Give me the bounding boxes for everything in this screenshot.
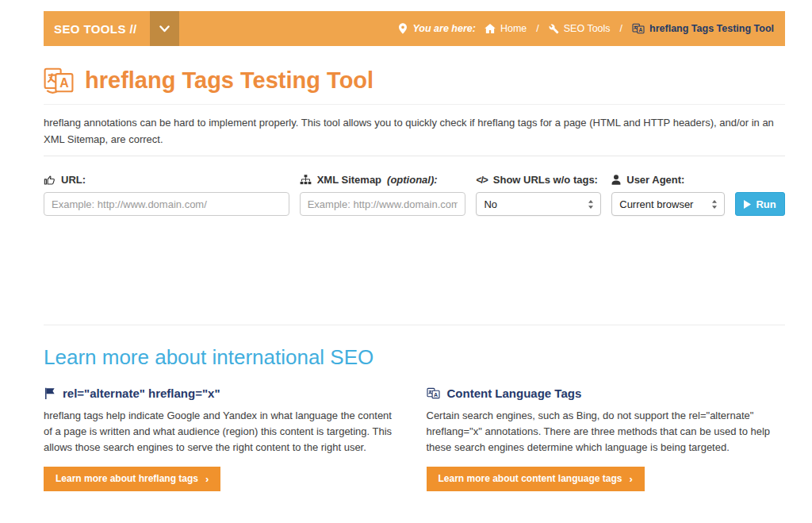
wrench-icon bbox=[549, 24, 559, 34]
show-urls-select[interactable]: No bbox=[476, 192, 601, 216]
select-arrows-icon bbox=[588, 199, 594, 210]
chevron-down-icon bbox=[159, 25, 170, 33]
hand-pointer-icon bbox=[44, 174, 56, 186]
content-language-column: A Content Language Tags Certain search e… bbox=[427, 386, 786, 490]
divider bbox=[44, 104, 785, 105]
you-are-here-label: You are here: bbox=[412, 23, 475, 34]
breadcrumb-current-label: hreflang Tags Testing Tool bbox=[649, 23, 774, 34]
breadcrumb-seo-tools-label: SEO Tools bbox=[564, 23, 611, 34]
sitemap-label-row: XML Sitemap (optional): bbox=[300, 174, 466, 186]
divider bbox=[44, 156, 785, 156]
learn-content-language-button-label: Learn more about content language tags bbox=[439, 473, 622, 484]
breadcrumb-seo-tools[interactable]: SEO Tools bbox=[549, 23, 611, 34]
breadcrumb-current-page: A hreflang Tags Testing Tool bbox=[632, 23, 774, 34]
map-marker-icon bbox=[399, 23, 407, 34]
svg-text:A: A bbox=[434, 392, 438, 398]
url-label: URL: bbox=[61, 174, 86, 186]
run-button-label: Run bbox=[756, 198, 776, 210]
hreflang-column: rel="alternate" hreflang="x" hreflang ta… bbox=[44, 386, 403, 490]
learn-hreflang-button-label: Learn more about hreflang tags bbox=[56, 473, 198, 484]
hreflang-column-text: hreflang tags help indicate Google and Y… bbox=[44, 408, 403, 456]
flag-icon bbox=[44, 387, 56, 399]
sitemap-label-optional: (optional): bbox=[387, 174, 438, 186]
sitemap-input[interactable] bbox=[300, 192, 466, 216]
play-icon bbox=[744, 200, 751, 209]
brand-label: SEO TOOLS // bbox=[54, 22, 137, 36]
user-icon bbox=[611, 175, 621, 185]
learn-content-language-button[interactable]: Learn more about content language tags › bbox=[427, 467, 645, 491]
user-agent-select[interactable]: Current browser bbox=[611, 192, 725, 216]
code-icon: </> bbox=[476, 175, 487, 186]
chevron-right-icon: › bbox=[630, 473, 633, 485]
url-label-row: URL: bbox=[44, 174, 289, 186]
sitemap-label: XML Sitemap bbox=[317, 174, 381, 186]
run-button[interactable]: Run bbox=[735, 192, 785, 216]
chevron-right-icon: › bbox=[205, 473, 209, 485]
sitemap-icon bbox=[300, 175, 312, 185]
svg-text:A: A bbox=[59, 76, 69, 90]
translation-icon: A bbox=[632, 23, 645, 34]
tool-description: hreflang annotations can be hard to impl… bbox=[44, 114, 785, 148]
learn-more-heading: Learn more about international SEO bbox=[44, 345, 785, 370]
select-arrows-icon bbox=[711, 199, 718, 210]
translation-icon: A bbox=[427, 387, 440, 399]
svg-text:A: A bbox=[639, 27, 643, 33]
top-navbar: SEO TOOLS // You are here: Home / bbox=[44, 11, 785, 46]
breadcrumb-home[interactable]: Home bbox=[485, 23, 527, 34]
breadcrumb-separator: / bbox=[616, 23, 626, 34]
content-language-column-text: Certain search engines, such as Bing, do… bbox=[427, 408, 786, 456]
user-agent-label-row: User Agent: bbox=[611, 174, 725, 186]
content-language-column-title: Content Language Tags bbox=[447, 386, 582, 400]
home-icon bbox=[485, 24, 496, 33]
user-agent-selected-value: Current browser bbox=[619, 198, 693, 210]
tool-form: URL: XML Sitemap (optional): bbox=[44, 174, 785, 216]
breadcrumb-home-label: Home bbox=[500, 23, 527, 34]
translation-icon: A bbox=[44, 67, 74, 94]
url-input[interactable] bbox=[44, 192, 289, 216]
hreflang-column-title: rel="alternate" hreflang="x" bbox=[63, 386, 220, 400]
seo-tools-menu[interactable]: SEO TOOLS // bbox=[44, 11, 150, 46]
learn-hreflang-button[interactable]: Learn more about hreflang tags › bbox=[44, 467, 220, 491]
breadcrumb-separator: / bbox=[532, 23, 542, 34]
divider bbox=[44, 325, 785, 325]
page-title: hreflang Tags Testing Tool bbox=[85, 67, 373, 94]
show-urls-selected-value: No bbox=[484, 198, 497, 210]
user-agent-label: User Agent: bbox=[626, 174, 684, 186]
show-urls-label: Show URLs w/o tags: bbox=[493, 174, 598, 186]
menu-dropdown-toggle[interactable] bbox=[150, 11, 179, 46]
breadcrumb: You are here: Home / SEO Tools / bbox=[399, 11, 785, 46]
show-urls-label-row: </> Show URLs w/o tags: bbox=[476, 174, 601, 186]
